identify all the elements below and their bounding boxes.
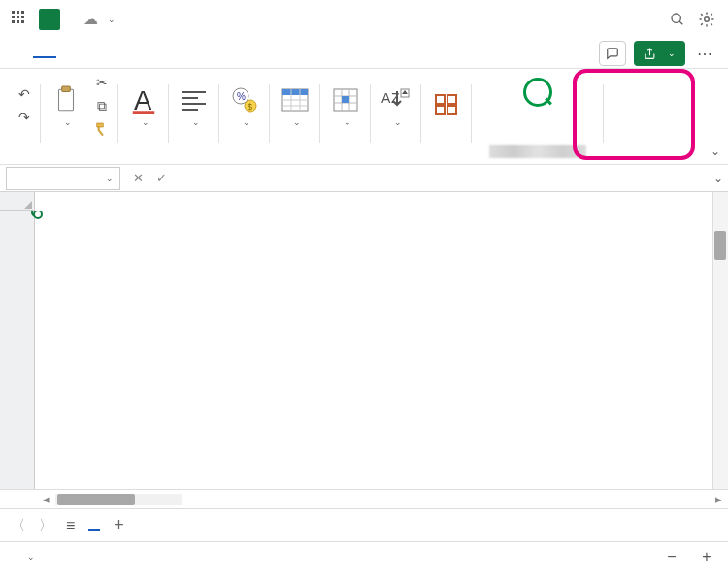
excel-logo <box>39 9 60 30</box>
svg-line-1 <box>679 21 682 24</box>
vertical-scroll-thumb[interactable] <box>714 231 726 260</box>
font-button[interactable]: A ⌄ <box>124 82 163 129</box>
overflow-menu-button[interactable]: ⋯ <box>691 41 718 66</box>
svg-rect-33 <box>447 106 456 114</box>
alignment-icon <box>179 84 210 115</box>
svg-rect-32 <box>436 106 445 114</box>
qlik-addin-button[interactable] <box>518 75 557 112</box>
hscroll-right-icon[interactable]: ▸ <box>715 492 722 506</box>
cut-button[interactable]: ✂ <box>91 73 113 92</box>
editing-icon: AZ <box>381 84 412 115</box>
horizontal-scrollbar[interactable] <box>55 494 182 505</box>
svg-rect-30 <box>436 95 445 104</box>
menu-page-layout[interactable] <box>103 49 126 57</box>
file-name-chevron-icon[interactable]: ⌄ <box>108 15 116 24</box>
sheet-next-button[interactable]: 〉 <box>39 517 52 534</box>
formula-input[interactable] <box>196 167 709 190</box>
statistics-chevron-icon[interactable]: ⌄ <box>27 552 35 562</box>
menu-review[interactable] <box>173 49 196 57</box>
all-sheets-button[interactable]: ≡ <box>66 517 75 534</box>
editing-button[interactable]: AZ ⌄ <box>377 82 415 129</box>
svg-rect-6 <box>133 111 155 114</box>
formula-cancel-button[interactable]: ✕ <box>126 171 149 185</box>
styles-button[interactable]: ⌄ <box>276 82 314 129</box>
styles-icon <box>280 84 311 115</box>
name-box[interactable]: ⌄ <box>6 167 120 190</box>
menu-data[interactable] <box>149 49 173 57</box>
cells-icon <box>330 84 361 115</box>
undo-button[interactable]: ↶ <box>14 84 35 104</box>
menu-file[interactable] <box>10 49 33 57</box>
sheet-tab-sheet1[interactable] <box>88 521 100 531</box>
svg-rect-4 <box>62 86 71 91</box>
sheet-prev-button[interactable]: 〈 <box>12 517 25 534</box>
redo-button[interactable]: ↷ <box>14 108 35 127</box>
font-icon: A <box>128 84 159 115</box>
horizontal-scroll-thumb[interactable] <box>57 494 135 505</box>
selection-box <box>35 211 39 215</box>
app-launcher-icon[interactable] <box>12 11 29 28</box>
share-button[interactable]: ⌄ <box>634 41 685 66</box>
ribbon-collapse-button[interactable]: ⌄ <box>711 145 720 158</box>
svg-text:A: A <box>134 85 152 114</box>
menu-formulas[interactable] <box>126 49 149 57</box>
cell-grid[interactable] <box>35 211 728 489</box>
vertical-scrollbar[interactable] <box>712 192 728 489</box>
search-icon[interactable] <box>668 10 687 29</box>
clipboard-icon <box>50 84 82 115</box>
zoom-out-button[interactable]: − <box>664 548 679 566</box>
settings-gear-icon[interactable] <box>697 10 716 29</box>
addins-icon <box>431 89 462 120</box>
svg-text:$: $ <box>248 102 252 112</box>
cells-button[interactable]: ⌄ <box>326 82 365 129</box>
addins-button[interactable] <box>427 87 466 124</box>
menu-insert[interactable] <box>56 49 80 57</box>
qlik-logo-icon <box>522 77 553 108</box>
select-all-corner[interactable] <box>0 192 35 211</box>
format-painter-button[interactable] <box>91 119 113 139</box>
menu-share[interactable] <box>80 49 103 57</box>
qlik-group-label-blurred <box>489 145 586 158</box>
formula-accept-button[interactable]: ✓ <box>149 171 173 185</box>
zoom-in-button[interactable]: + <box>699 548 714 566</box>
formula-expand-button[interactable]: ⌄ <box>709 172 728 185</box>
svg-rect-26 <box>342 96 349 103</box>
svg-rect-16 <box>282 89 308 95</box>
svg-point-2 <box>705 17 710 22</box>
add-sheet-button[interactable]: + <box>114 515 124 535</box>
hscroll-left-icon[interactable]: ◂ <box>43 492 50 506</box>
alignment-button[interactable]: ⌄ <box>175 82 214 129</box>
comments-button[interactable] <box>599 41 626 66</box>
cloud-saved-icon: ☁ <box>83 11 98 28</box>
paste-button[interactable]: ⌄ <box>47 82 85 129</box>
copy-button[interactable]: ⧉ <box>91 96 113 115</box>
selection-handle-br[interactable] <box>33 211 43 219</box>
svg-text:%: % <box>237 91 246 102</box>
number-icon: %$ <box>229 84 260 115</box>
svg-text:A: A <box>381 90 391 106</box>
svg-rect-3 <box>59 89 74 110</box>
menu-home[interactable] <box>33 48 56 58</box>
menu-more[interactable] <box>196 49 219 57</box>
row-headers[interactable] <box>0 211 35 489</box>
svg-point-0 <box>672 14 680 22</box>
name-box-chevron-icon[interactable]: ⌄ <box>106 174 114 183</box>
svg-rect-31 <box>447 95 456 104</box>
number-button[interactable]: %$ ⌄ <box>225 82 264 129</box>
